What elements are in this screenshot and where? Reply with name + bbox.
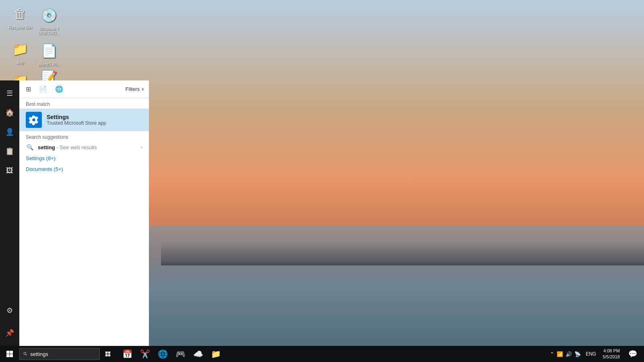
settings-category-link[interactable]: Settings (8+) [19, 153, 149, 164]
taskbar-green-app[interactable]: 🎮 [172, 346, 188, 362]
settings-app-icon [26, 112, 42, 128]
notification-button[interactable]: 💬 [625, 346, 641, 362]
language-indicator[interactable]: ENG [584, 351, 598, 357]
start-button[interactable] [0, 346, 19, 362]
sidebar-home[interactable]: 🏠 [0, 103, 19, 122]
search-content: ⊞ 📄 🌐 Filters ∨ Best match Setti [19, 80, 149, 346]
silentis-icon[interactable]: 📄 silentS Pi... [33, 41, 65, 67]
taskbar-chrome-app[interactable]: 🌐 [155, 346, 171, 362]
sidebar-nav: ☰ 🏠 👤 📋 🖼 ⚙ 📌 [0, 80, 19, 346]
documents-category-link[interactable]: Documents (5+) [19, 164, 149, 175]
sidebar-photos[interactable]: 🖼 [0, 161, 19, 180]
sidebar-documents[interactable]: 📋 [0, 142, 19, 161]
network-icon[interactable]: 📶 [557, 351, 563, 357]
filter-web-icon[interactable]: 🌐 [54, 84, 65, 95]
suggestion-setting-web[interactable]: 🔍 setting - See web results › [19, 142, 149, 153]
filter-apps-icon[interactable]: ⊞ [24, 84, 33, 95]
taskbar-calendar-app[interactable]: 📅 [119, 346, 135, 362]
recycle-bin-icon[interactable]: 🗑 Recycle Bin [4, 4, 36, 30]
sidebar-person[interactable]: 👤 [0, 122, 19, 142]
sidebar-hamburger[interactable]: ☰ [0, 84, 19, 103]
taskbar-onedrive-app[interactable]: ☁️ [190, 346, 206, 362]
filters-chevron-icon: ∨ [141, 87, 144, 91]
taskbar-apps: 📅 ✂️ 🌐 🎮 ☁️ 📁 [119, 346, 224, 362]
best-match-label: Best match [19, 98, 149, 109]
desktop: 🗑 Recycle Bin 💿 Windows 7 USB DVD... 📁 A… [0, 0, 644, 362]
taskbar-clock[interactable]: 4:08 PM 5/5/2018 [599, 348, 623, 360]
taskbar-snip-app[interactable]: ✂️ [137, 346, 153, 362]
sidebar-pin[interactable]: 📌 [0, 323, 19, 343]
chevron-up-icon[interactable]: ⌃ [550, 351, 554, 357]
wifi-icon[interactable]: 📡 [574, 351, 581, 357]
arb-icon[interactable]: 📁 Arb [4, 39, 36, 65]
taskbar-right: ⌃ 📶 🔊 📡 ENG 4:08 PM 5/5/2018 💬 [548, 346, 644, 362]
city-silhouette [161, 241, 644, 265]
system-tray-icons: ⌃ 📶 🔊 📡 [548, 351, 582, 357]
search-panel: ☰ 🏠 👤 📋 🖼 ⚙ 📌 ⊞ 📄 🌐 Filters ∨ Best m [0, 80, 149, 346]
taskbar-explorer-app[interactable]: 📁 [208, 346, 224, 362]
windows7-usb-icon[interactable]: 💿 Windows 7 USB DVD... [33, 6, 65, 35]
best-match-settings[interactable]: Settings Trusted Microsoft Store app [19, 109, 149, 131]
filters-button[interactable]: Filters ∨ [126, 86, 144, 92]
taskbar-search-box[interactable] [19, 348, 100, 360]
filter-bar: ⊞ 📄 🌐 Filters ∨ [19, 80, 149, 98]
suggestion-text: setting - See web results [38, 144, 97, 150]
taskview-button[interactable] [100, 346, 116, 362]
search-suggestion-icon: 🔍 [26, 144, 34, 150]
filter-docs-icon[interactable]: 📄 [37, 84, 49, 95]
best-match-text: Settings Trusted Microsoft Store app [47, 114, 106, 126]
sidebar-settings[interactable]: ⚙ [0, 301, 19, 320]
search-suggestions-label: Search suggestions [19, 131, 149, 142]
suggestion-arrow-icon: › [141, 144, 142, 150]
taskbar: 📅 ✂️ 🌐 🎮 ☁️ 📁 ⌃ 📶 🔊 📡 ENG 4:08 PM 5/5/20… [0, 346, 644, 362]
sound-icon[interactable]: 🔊 [566, 351, 572, 357]
search-input[interactable] [30, 351, 95, 357]
